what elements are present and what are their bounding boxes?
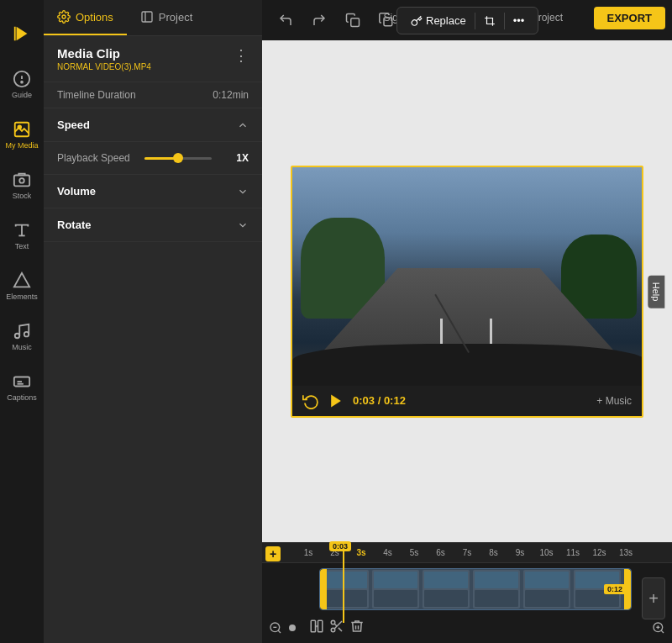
tick-7s: 7s xyxy=(454,548,480,557)
tick-9s: 9s xyxy=(507,548,533,557)
clip-subtitle: NORMAL VIDEO(3).MP4 xyxy=(57,62,151,71)
text-label: Text xyxy=(15,242,29,250)
speed-section-content: Playback Speed 1X xyxy=(44,142,262,175)
playhead-marker: 0:03 xyxy=(329,541,351,551)
playback-row: Playback Speed 1X xyxy=(57,152,249,164)
action-popup: Replace ••• xyxy=(396,7,538,34)
duration-value: 0:12min xyxy=(213,89,249,101)
replace-button[interactable]: Replace xyxy=(404,11,473,30)
svg-point-8 xyxy=(19,178,24,183)
tick-13s: 13s xyxy=(613,548,638,557)
volume-section-header[interactable]: Volume xyxy=(44,175,262,208)
svg-rect-18 xyxy=(142,12,152,22)
rotate-section-header[interactable]: Rotate xyxy=(44,208,262,242)
stock-label: Stock xyxy=(13,192,32,200)
music-label: Music xyxy=(12,343,32,351)
svg-marker-11 xyxy=(14,272,29,287)
track-handle-right[interactable] xyxy=(624,569,631,609)
video-frame xyxy=(292,167,643,386)
zoom-in-button[interactable] xyxy=(652,621,665,635)
panel-tabs: Options Project xyxy=(44,0,262,36)
svg-line-37 xyxy=(339,628,342,631)
svg-line-38 xyxy=(334,624,337,626)
options-panel: Options Project Media Clip NORMAL VIDEO(… xyxy=(44,0,262,643)
playhead[interactable]: 0:03 xyxy=(343,543,344,623)
project-tab-label: Project xyxy=(159,11,192,24)
options-tab-label: Options xyxy=(76,11,113,24)
video-controls: 0:03 / 0:12 + Music xyxy=(292,386,642,416)
timeline-track[interactable]: 0:12 xyxy=(319,568,632,610)
popup-divider xyxy=(475,13,475,29)
video-preview: 0:03 / 0:12 + Music Help xyxy=(262,40,672,542)
svg-rect-27 xyxy=(320,568,631,610)
svg-point-12 xyxy=(15,333,20,338)
sidebar-item-elements[interactable]: Elements xyxy=(0,261,44,311)
timeline-add-button[interactable]: + xyxy=(265,546,281,561)
more-options-button[interactable]: ••• xyxy=(507,11,532,30)
crop-button[interactable] xyxy=(477,12,502,30)
restart-button[interactable] xyxy=(302,393,319,409)
tick-8s: 8s xyxy=(481,548,507,557)
svg-marker-22 xyxy=(331,394,341,407)
sidebar-item-stock[interactable]: Stock xyxy=(0,160,44,210)
svg-line-40 xyxy=(661,630,664,633)
playback-slider[interactable] xyxy=(144,157,223,160)
timeline-area: + 1s 2s 3s 4s 5s 6s 7s 8s 9s 10s 11s 12s… xyxy=(262,542,672,643)
tick-10s: 10s xyxy=(534,548,559,557)
redo-button[interactable] xyxy=(306,7,333,34)
tick-11s: 11s xyxy=(560,548,585,557)
speed-section-header[interactable]: Speed xyxy=(44,108,262,142)
svg-point-13 xyxy=(24,331,29,336)
tick-6s: 6s xyxy=(428,548,454,557)
svg-point-35 xyxy=(331,628,335,632)
clip-header: Media Clip NORMAL VIDEO(3).MP4 ⋮ xyxy=(44,36,262,82)
main-area: Replace ••• Signup or Login to download … xyxy=(262,0,672,643)
top-toolbar: Replace ••• Signup or Login to download … xyxy=(262,0,672,40)
captions-label: Captions xyxy=(7,393,37,402)
sidebar-item-captions[interactable]: Captions xyxy=(0,361,44,412)
delete-tool[interactable] xyxy=(349,619,365,637)
play-button[interactable] xyxy=(328,393,344,409)
tick-12s: 12s xyxy=(587,548,612,557)
more-button[interactable]: ⋮ xyxy=(234,46,249,65)
sidebar-item-text[interactable]: Text xyxy=(0,210,44,261)
timeline-add-right[interactable]: + xyxy=(642,577,665,619)
tab-options[interactable]: Options xyxy=(44,0,127,35)
duplicate-button[interactable] xyxy=(339,7,366,34)
svg-rect-31 xyxy=(311,620,315,632)
svg-marker-0 xyxy=(17,27,28,41)
speed-title: Speed xyxy=(57,119,90,131)
slider-thumb[interactable] xyxy=(173,153,183,163)
help-tab[interactable]: Help xyxy=(648,275,665,308)
svg-point-4 xyxy=(21,81,23,82)
video-container: 0:03 / 0:12 + Music xyxy=(291,166,643,418)
svg-rect-20 xyxy=(351,18,360,27)
popup-divider-2 xyxy=(504,13,505,29)
tick-1s: 1s xyxy=(296,548,321,557)
time-display: 0:03 / 0:12 xyxy=(353,394,406,407)
slider-track[interactable] xyxy=(144,157,212,160)
tick-3s: 3s xyxy=(349,548,374,557)
tab-project[interactable]: Project xyxy=(127,0,206,35)
elements-label: Elements xyxy=(6,293,38,301)
sidebar-item-my-media[interactable]: My Media xyxy=(0,109,44,160)
track-handle-left[interactable] xyxy=(320,569,327,609)
rotate-title: Rotate xyxy=(57,219,91,231)
clip-title: Media Clip xyxy=(57,46,151,61)
export-button[interactable]: EXPORT xyxy=(594,7,665,29)
svg-line-29 xyxy=(278,630,281,633)
sidebar-item-music[interactable]: Music xyxy=(0,311,44,361)
undo-button[interactable] xyxy=(272,7,299,34)
sidebar-item-guide[interactable]: Guide xyxy=(0,59,44,109)
svg-point-34 xyxy=(331,620,335,625)
my-media-label: My Media xyxy=(5,141,38,150)
tick-4s: 4s xyxy=(375,548,401,557)
timeline-tools xyxy=(309,619,365,637)
svg-point-17 xyxy=(62,15,66,18)
guide-label: Guide xyxy=(12,91,32,99)
svg-rect-7 xyxy=(14,175,29,186)
zoom-out-button[interactable] xyxy=(269,621,282,635)
duration-label: Timeline Duration xyxy=(57,89,136,101)
music-button[interactable]: + Music xyxy=(596,395,632,407)
split-tool[interactable] xyxy=(309,619,324,637)
